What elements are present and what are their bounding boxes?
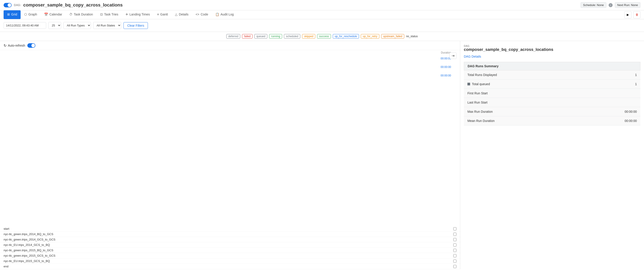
first-run-label: First Run Start [468,92,488,95]
clear-filters-button[interactable]: Clear Filters [124,22,148,29]
tab-code[interactable]: <> Code [192,10,212,19]
task-checkbox[interactable] [453,238,456,241]
dag-name-title: composer_sample_bq_copy_across_locations [23,2,123,8]
task-name: nyc-tlc_green.trips_2014_GCS_to_GCS [4,238,453,241]
tab-landing-times[interactable]: ✈ Landing Times [122,10,154,19]
status-badge-scheduled[interactable]: scheduled [284,34,300,38]
dag-runs-summary: DAG Runs Summary Total Runs Displayed 1 … [464,62,640,126]
total-runs-value: 1 [635,73,637,77]
task-name: nyc-tlc_green.trips_2014_BQ_to_GCS [4,232,453,236]
duration-time-3: 00:00:00 [440,71,451,80]
left-panel: ↻ Auto-refresh ⇥ Duration 00:00:00 00:00… [0,41,460,269]
task-checkbox[interactable] [453,260,456,263]
tab-gantt-label: Gantt [160,12,168,16]
status-badge-queued[interactable]: queued [254,34,267,38]
task-item[interactable]: start [0,226,460,232]
dag-toggle[interactable] [4,3,12,8]
duration-times: 00:00:00 00:00:00 00:00:00 [0,54,460,80]
section-header: DAG Runs Summary [464,62,640,70]
task-item[interactable]: nyc-tlc_green.trips_2014_GCS_to_GCS [0,237,460,242]
last-run-label: Last Run Start [468,101,488,104]
status-badge-up-for-reschedule[interactable]: up_for_reschedule [333,34,359,38]
runs-count-select[interactable]: 25 [48,22,61,29]
details-icon: △ [175,12,178,16]
graph-icon: ⬡ [24,12,27,16]
task-item[interactable]: nyc-tlc_EU.trips_2014_GCS_to_BQ [0,242,460,248]
tab-task-tries[interactable]: ⊡ Task Tries [96,10,122,19]
task-name: start [4,227,453,230]
run-types-select[interactable]: All Run Types [64,22,91,29]
task-duration-icon: ⏱ [69,12,72,16]
header-left: DAG: composer_sample_bq_copy_across_loca… [4,2,122,8]
grid-icon: ⊞ [7,12,10,16]
filter-bar: 25 All Run Types All Run States Clear Fi… [0,19,644,32]
calendar-icon: 📅 [44,12,48,16]
task-item[interactable]: nyc-tlc_green.trips_2015_BQ_to_GCS [0,248,460,253]
task-item[interactable]: nyc-tlc_green.trips_2015_GCS_to_GCS [0,253,460,258]
task-tries-icon: ⊡ [100,12,103,16]
tab-graph-label: Graph [28,12,37,16]
status-badge-skipped[interactable]: skipped [302,34,315,38]
run-states-select[interactable]: All Run States [93,22,121,29]
dag-small-label: DAG [464,44,640,47]
status-badge-deferred[interactable]: deferred [226,34,240,38]
auto-refresh-text: Auto-refresh [8,44,25,47]
auto-refresh-label: ↻ Auto-refresh [4,44,25,48]
status-badge-failed[interactable]: failed [242,34,252,38]
task-name: nyc-tlc_EU.trips_2014_GCS_to_BQ [4,243,453,246]
max-duration-label: Max Run Duration [468,110,493,114]
right-dag-title: composer_sample_bq_copy_across_locations [464,47,640,52]
duration-header: Duration [0,50,460,54]
nav-tabs: ⊞ Grid ⬡ Graph 📅 Calendar ⏱ Task Duratio… [0,10,644,19]
code-icon: <> [196,12,199,16]
task-checkbox[interactable] [453,265,456,268]
task-checkbox[interactable] [453,249,456,252]
task-item[interactable]: nyc-tlc_EU.trips_2015_GCS_to_BQ [0,258,460,264]
task-checkbox[interactable] [453,233,456,236]
task-checkbox[interactable] [453,244,456,246]
status-badge-success[interactable]: success [317,34,331,38]
mean-duration-label: Mean Run Duration [468,119,494,122]
dag-prefix-label: DAG: [14,3,21,7]
detail-row-total-queued: Total queued 1 [464,80,640,89]
schedule-badge: Schedule: None [580,2,606,8]
status-badge-running[interactable]: running [269,34,282,38]
tab-calendar-label: Calendar [49,12,62,16]
tab-calendar[interactable]: 📅 Calendar [40,10,66,19]
mean-duration-value: 00:00:00 [625,119,637,122]
date-filter-input[interactable] [4,22,46,29]
tab-grid[interactable]: ⊞ Grid [4,10,20,19]
info-icon[interactable]: i [608,3,613,7]
next-run-badge: Next Run: None [615,2,641,8]
auto-refresh-toggle[interactable] [27,43,36,48]
task-list: start nyc-tlc_green.trips_2014_BQ_to_GCS… [0,226,460,269]
tab-gantt[interactable]: ≡ Gantt [154,10,172,19]
delete-button[interactable]: 🗑 [633,11,640,18]
expand-button[interactable]: ⇥ [450,52,456,59]
tab-task-duration[interactable]: ⏱ Task Duration [66,10,96,19]
play-button[interactable]: ▶ [624,11,632,18]
tab-code-label: Code [200,12,208,16]
task-item[interactable]: end [0,264,460,269]
detail-row-mean-duration: Mean Run Duration 00:00:00 [464,116,640,126]
status-badge-up-for-retry[interactable]: up_for_retry [361,34,379,38]
status-badge-upstream-failed[interactable]: upstream_failed [381,34,404,38]
gantt-icon: ≡ [157,12,159,16]
task-item[interactable]: nyc-tlc_green.trips_2014_BQ_to_GCS [0,232,460,237]
queued-icon [468,83,470,86]
status-badge-no-status[interactable]: no_status [406,35,418,38]
tab-details-label: Details [179,12,188,16]
dag-details-link[interactable]: DAG Details [464,55,640,58]
tab-audit-log[interactable]: 📋 Audit Log [212,10,237,19]
task-checkbox[interactable] [453,227,456,230]
tab-grid-label: Grid [11,12,17,16]
task-checkbox[interactable] [453,254,456,257]
detail-row-max-duration: Max Run Duration 00:00:00 [464,107,640,116]
duration-time-2: 00:00:00 [440,63,451,71]
tab-landing-times-label: Landing Times [130,12,150,16]
landing-times-icon: ✈ [126,12,128,16]
total-runs-label: Total Runs Displayed [468,73,497,77]
tab-graph[interactable]: ⬡ Graph [20,10,40,19]
tab-details[interactable]: △ Details [172,10,192,19]
grid-area: ⇥ Duration 00:00:00 00:00:00 00:00:00 [0,50,460,226]
